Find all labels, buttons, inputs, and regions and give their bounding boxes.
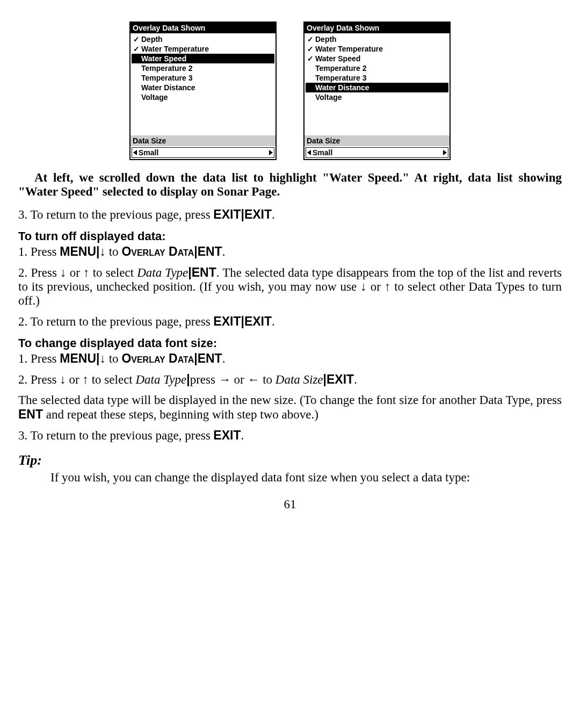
heading-turn-off: To turn off displayed data:	[18, 229, 562, 243]
list-item[interactable]: Temperature 2	[132, 63, 274, 73]
data-size-value: Small	[313, 148, 332, 157]
chevron-left-icon	[307, 150, 311, 155]
list-item[interactable]: Water Temperature	[132, 44, 274, 54]
data-list: DepthWater TemperatureWater SpeedTempera…	[305, 33, 450, 103]
step-2-font: 2. Press ↓ or ↑ to select Data Type|pres…	[18, 372, 562, 387]
list-item[interactable]: Water Speed	[132, 54, 274, 63]
step-2-turnoff: 2. Press ↓ or ↑ to select Data Type|ENT.…	[18, 265, 562, 308]
dialog-title: Overlay Data Shown	[130, 23, 276, 33]
step-3b: 3. To return to the previous page, press…	[18, 428, 562, 443]
data-size-label: Data Size	[305, 135, 450, 146]
data-list: DepthWater TemperatureWater SpeedTempera…	[130, 33, 276, 103]
list-item[interactable]: Depth	[306, 34, 448, 44]
list-item[interactable]: Voltage	[306, 92, 448, 102]
data-size-value: Small	[139, 148, 158, 157]
data-size-selector[interactable]: Small	[306, 147, 448, 158]
list-item[interactable]: Water Distance	[132, 83, 274, 92]
list-item[interactable]: Water Temperature	[306, 44, 448, 54]
overlay-dialog-right: Overlay Data Shown DepthWater Temperatur…	[303, 21, 451, 160]
list-item[interactable]: Temperature 2	[306, 63, 448, 73]
tip-heading: Tip:	[18, 452, 562, 468]
step-1-font: 1. Press MENU|↓ to Overlay Data|ENT.	[18, 351, 562, 366]
list-item[interactable]: Water Distance	[306, 83, 448, 92]
data-size-label: Data Size	[130, 135, 276, 146]
list-item[interactable]: Water Speed	[306, 54, 448, 63]
screenshot-pair: Overlay Data Shown DepthWater Temperatur…	[18, 21, 562, 160]
heading-font-size: To change displayed data font size:	[18, 336, 562, 350]
data-size-selector[interactable]: Small	[132, 147, 274, 158]
page-number: 61	[18, 498, 562, 511]
chevron-right-icon	[269, 150, 273, 155]
step-2-return: 2. To return to the previous page, press…	[18, 314, 562, 329]
chevron-left-icon	[133, 150, 137, 155]
step-3a: 3. To return to the previous page, press…	[18, 207, 562, 222]
paragraph-font-result: The selected data type will be displayed…	[18, 393, 562, 422]
list-item[interactable]: Voltage	[132, 92, 274, 102]
dialog-title: Overlay Data Shown	[305, 23, 450, 33]
chevron-right-icon	[443, 150, 447, 155]
figure-caption: At left, we scrolled down the data list …	[18, 171, 562, 199]
overlay-dialog-left: Overlay Data Shown DepthWater Temperatur…	[129, 21, 277, 160]
list-item[interactable]: Temperature 3	[306, 73, 448, 83]
list-item[interactable]: Depth	[132, 34, 274, 44]
step-1-turnoff: 1. Press MENU|↓ to Overlay Data|ENT.	[18, 244, 562, 259]
tip-body: If you wish, you can change the displaye…	[50, 471, 562, 485]
list-item[interactable]: Temperature 3	[132, 73, 274, 83]
